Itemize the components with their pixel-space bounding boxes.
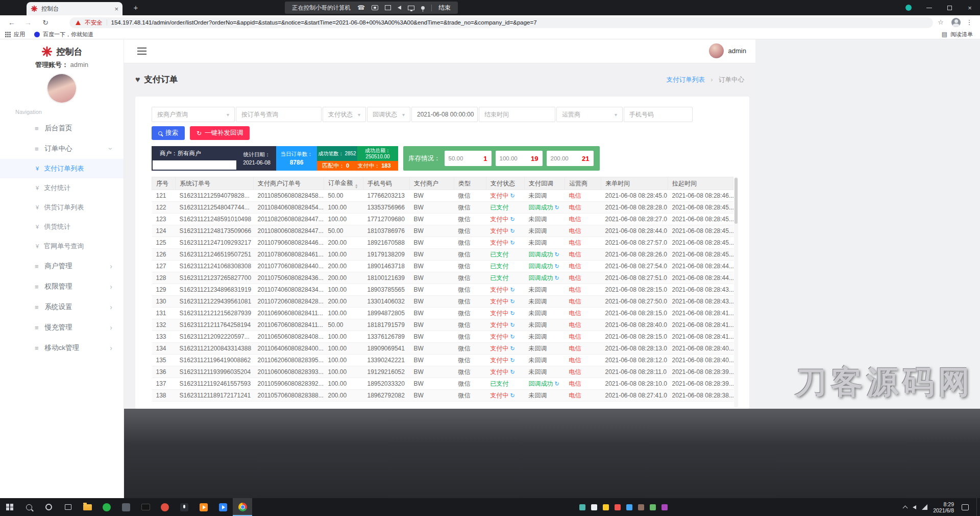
sidebar-subitem[interactable]: ¥支付统计 bbox=[0, 178, 124, 198]
terminal-button[interactable] bbox=[136, 498, 155, 516]
table-scrollbar[interactable] bbox=[734, 177, 738, 408]
address-bar[interactable]: 不安全 154.197.48.141/admin/order/listOrder… bbox=[69, 17, 933, 28]
sidebar-subitem[interactable]: ¥供货统计 bbox=[0, 217, 124, 237]
hamburger-menu-icon[interactable] bbox=[137, 48, 146, 55]
end-session-button[interactable]: 结束 bbox=[438, 4, 451, 12]
volume-icon[interactable] bbox=[913, 505, 916, 509]
apps-grid-icon[interactable] bbox=[5, 32, 11, 37]
bookmark-apps[interactable]: 应用 bbox=[14, 31, 25, 38]
browser-tab[interactable]: 控制台 × bbox=[27, 2, 122, 15]
sidebar-subitem[interactable]: ¥供货订单列表 bbox=[0, 198, 124, 217]
refresh-icon[interactable]: ↻ bbox=[510, 369, 515, 375]
profile-avatar[interactable] bbox=[951, 18, 961, 27]
video-app-blue-button[interactable] bbox=[213, 498, 233, 516]
header-user[interactable]: admin bbox=[709, 43, 746, 58]
breadcrumb-link[interactable]: 支付订单列表 bbox=[667, 76, 705, 83]
refresh-icon[interactable]: ↻ bbox=[510, 193, 515, 199]
phone-filter[interactable]: 手机号码 bbox=[624, 107, 693, 122]
column-header[interactable]: 订单金额▲▼ bbox=[324, 177, 363, 190]
refresh-icon[interactable]: ↻ bbox=[510, 322, 515, 328]
reload-button[interactable]: ↻ bbox=[40, 17, 51, 28]
sidebar-item[interactable]: ≡慢充管理› bbox=[0, 317, 124, 338]
tray-app-icon[interactable] bbox=[615, 504, 621, 510]
browser-menu-icon[interactable]: ⋮ bbox=[964, 17, 975, 28]
refresh-icon[interactable]: ↻ bbox=[510, 357, 515, 363]
fullscreen-icon[interactable] bbox=[385, 5, 391, 10]
bookmark-star-icon[interactable]: ☆ bbox=[935, 17, 946, 28]
refresh-icon[interactable]: ↻ bbox=[510, 287, 515, 293]
maximize-button[interactable] bbox=[939, 0, 960, 15]
speaker-icon[interactable] bbox=[398, 6, 401, 10]
sidebar-item[interactable]: ≡商户管理› bbox=[0, 256, 124, 276]
sidebar-item[interactable]: ≡权限管理› bbox=[0, 276, 124, 297]
app-gray-button[interactable] bbox=[116, 498, 136, 516]
back-button[interactable]: ← bbox=[6, 17, 17, 28]
carrier-filter[interactable]: 运营商▾ bbox=[556, 107, 623, 122]
search-button[interactable]: 搜索 bbox=[152, 126, 185, 140]
file-explorer-button[interactable] bbox=[78, 498, 97, 516]
cortana-button[interactable] bbox=[39, 498, 58, 516]
sidebar-subitem[interactable]: ¥官网单号查询 bbox=[0, 237, 124, 256]
user-avatar[interactable] bbox=[47, 74, 76, 103]
end-time-filter[interactable]: 结束时间 bbox=[479, 107, 555, 122]
refresh-icon[interactable]: ↻ bbox=[510, 298, 515, 304]
taskbar-search-button[interactable] bbox=[19, 498, 39, 516]
tray-app-icon[interactable] bbox=[638, 504, 644, 510]
video-app-orange-button[interactable] bbox=[194, 498, 213, 516]
sidebar-item[interactable]: ≡订单中心› bbox=[0, 138, 124, 159]
refresh-icon[interactable]: ↻ bbox=[510, 392, 515, 398]
sidebar-item[interactable]: ≡移动ck管理› bbox=[0, 338, 124, 358]
refresh-icon[interactable]: ↻ bbox=[510, 216, 515, 222]
taskbar-clock[interactable]: 8:29 2021/6/8 bbox=[933, 501, 954, 513]
show-desktop-button[interactable] bbox=[976, 498, 978, 516]
minimize-button[interactable] bbox=[919, 0, 939, 15]
refresh-icon[interactable]: ↻ bbox=[510, 310, 515, 316]
pay-status-filter[interactable]: 支付状态▾ bbox=[323, 107, 366, 122]
tray-app-icon[interactable] bbox=[662, 504, 668, 510]
refresh-icon[interactable]: ↻ bbox=[555, 204, 559, 210]
reading-list-button[interactable]: ▤阅读清单 bbox=[942, 31, 980, 38]
app-red-button[interactable] bbox=[155, 498, 175, 516]
phone-icon[interactable]: ☎ bbox=[357, 4, 365, 11]
callback-status-filter[interactable]: 回调状态▾ bbox=[367, 107, 410, 122]
network-icon[interactable] bbox=[922, 504, 927, 510]
chrome-button[interactable] bbox=[233, 498, 252, 516]
forward-button[interactable]: → bbox=[22, 17, 34, 28]
mic-app-button[interactable] bbox=[175, 498, 194, 516]
tray-app-icon[interactable] bbox=[650, 504, 656, 510]
refresh-icon[interactable]: ↻ bbox=[555, 381, 559, 387]
start-time-filter[interactable]: 2021-06-08 00:00:00 bbox=[411, 107, 478, 122]
refresh-icon[interactable]: ↻ bbox=[510, 334, 515, 340]
chevron-down-icon: ▾ bbox=[358, 112, 360, 118]
start-button[interactable] bbox=[0, 498, 19, 516]
monitor-icon[interactable] bbox=[408, 6, 414, 10]
action-center-icon[interactable] bbox=[962, 504, 969, 510]
sidebar-subitem[interactable]: ¥支付订单列表 bbox=[0, 159, 124, 178]
tray-app-icon[interactable] bbox=[626, 504, 632, 510]
task-view-button[interactable] bbox=[58, 498, 78, 516]
tab-close-icon[interactable]: × bbox=[114, 6, 118, 12]
close-button[interactable]: × bbox=[960, 0, 980, 15]
new-tab-button[interactable]: + bbox=[130, 3, 142, 12]
refresh-icon[interactable]: ↻ bbox=[510, 345, 515, 351]
table-scrollbar-thumb[interactable] bbox=[734, 178, 738, 224]
app-green-button[interactable] bbox=[97, 498, 116, 516]
tray-app-icon[interactable] bbox=[579, 504, 585, 510]
refresh-icon[interactable]: ↻ bbox=[555, 263, 559, 269]
refresh-icon[interactable]: ↻ bbox=[510, 228, 515, 234]
tray-app-icon[interactable] bbox=[591, 504, 597, 510]
refresh-icon[interactable]: ↻ bbox=[510, 240, 515, 246]
scale-icon[interactable] bbox=[372, 5, 378, 10]
sort-icons[interactable]: ▲▼ bbox=[355, 183, 358, 189]
order-no-filter[interactable]: 按订单号查询 bbox=[236, 107, 322, 122]
sidebar-item[interactable]: ≡系统设置› bbox=[0, 297, 124, 317]
pin-icon[interactable] bbox=[421, 6, 425, 10]
resend-callback-button[interactable]: ↻ 一键补发回调 bbox=[190, 126, 250, 140]
tray-app-icon[interactable] bbox=[603, 504, 609, 510]
hidden-icons-chevron[interactable] bbox=[903, 505, 908, 510]
merchant-filter[interactable]: 按商户查询▾ bbox=[152, 107, 235, 122]
bookmark-baidu[interactable]: 百度一下，你就知道 bbox=[34, 31, 93, 38]
sidebar-item[interactable]: ≡后台首页 bbox=[0, 118, 124, 138]
refresh-icon[interactable]: ↻ bbox=[555, 275, 559, 281]
refresh-icon[interactable]: ↻ bbox=[555, 251, 559, 257]
